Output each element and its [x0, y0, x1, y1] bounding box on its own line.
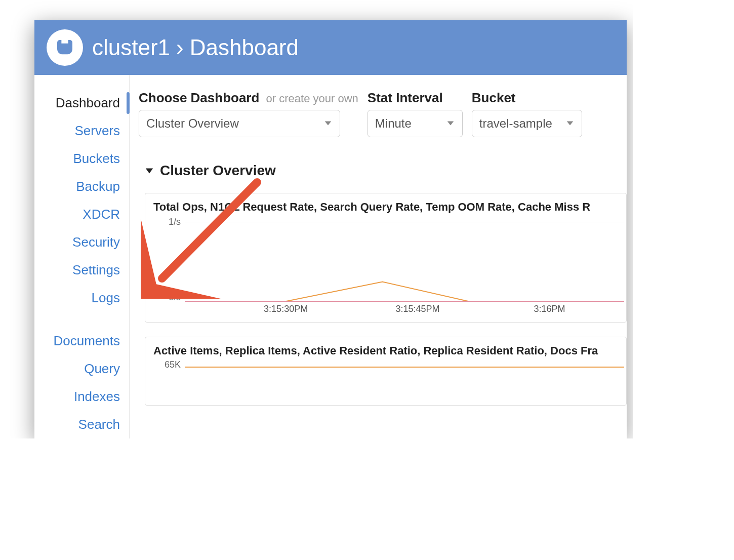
sidebar-item-search[interactable]: Search — [34, 411, 129, 438]
chart-body: 1/s 0/s 3:15:30PM 3:15:45PM 3: — [153, 217, 624, 318]
choose-dashboard-value: Cluster Overview — [146, 116, 239, 131]
control-bucket: Bucket travel-sample — [472, 90, 582, 137]
sidebar-item-dashboard[interactable]: Dashboard — [34, 89, 129, 117]
sidebar-item-security[interactable]: Security — [34, 228, 129, 256]
main-content: Choose Dashboard or create your own Clus… — [130, 75, 627, 438]
chart-title: Active Items, Replica Items, Active Resi… — [153, 344, 624, 357]
sidebar-item-query[interactable]: Query — [34, 355, 129, 383]
sidebar-item-xdcr[interactable]: XDCR — [34, 201, 129, 228]
section-cluster-overview: Cluster Overview Total Ops, N1QL Request… — [139, 163, 627, 406]
control-stat-interval: Stat Interval Minute — [368, 90, 463, 137]
stat-interval-label: Stat Interval — [368, 90, 463, 106]
caret-down-icon — [565, 116, 575, 131]
app-window: cluster1 › Dashboard Dashboard Servers B… — [34, 20, 627, 438]
sidebar-item-indexes[interactable]: Indexes — [34, 383, 129, 411]
body: Dashboard Servers Buckets Backup XDCR Se… — [34, 75, 627, 438]
caret-down-icon — [446, 116, 455, 131]
choose-dashboard-label: Choose Dashboard or create your own — [139, 90, 358, 106]
y-tick-top: 65K — [165, 359, 181, 370]
sidebar-item-backup[interactable]: Backup — [34, 173, 129, 201]
chart-items-ratios[interactable]: Active Items, Replica Items, Active Resi… — [145, 337, 627, 406]
stat-interval-value: Minute — [375, 116, 412, 131]
stat-interval-select[interactable]: Minute — [368, 110, 463, 137]
x-tick: 3:15:45PM — [396, 304, 440, 314]
sidebar-item-servers[interactable]: Servers — [34, 117, 129, 145]
bucket-value: travel-sample — [479, 116, 552, 131]
logo-glyph — [55, 37, 75, 58]
x-tick: 3:16PM — [534, 304, 565, 314]
chevron-right-icon: › — [176, 35, 184, 60]
chart-title: Total Ops, N1QL Request Rate, Search Que… — [153, 201, 624, 214]
sidebar-item-documents[interactable]: Documents — [34, 327, 129, 355]
bucket-select[interactable]: travel-sample — [472, 110, 582, 137]
baseline — [185, 301, 624, 302]
x-tick: 3:15:30PM — [264, 304, 308, 314]
y-tick-bottom: 0/s — [169, 292, 181, 303]
y-tick-top: 1/s — [169, 217, 181, 227]
caret-down-icon — [323, 116, 333, 131]
triangle-down-icon — [145, 163, 154, 179]
line-series — [185, 367, 624, 368]
plot-area — [185, 222, 624, 302]
section-toggle[interactable]: Cluster Overview — [145, 163, 627, 179]
section-title: Cluster Overview — [160, 163, 276, 179]
sidebar-item-logs[interactable]: Logs — [34, 284, 129, 312]
bucket-label: Bucket — [472, 90, 582, 106]
sidebar: Dashboard Servers Buckets Backup XDCR Se… — [34, 75, 130, 438]
dashboard-controls: Choose Dashboard or create your own Clus… — [139, 90, 627, 137]
sidebar-divider — [34, 312, 129, 327]
breadcrumb-cluster[interactable]: cluster1 — [92, 35, 170, 60]
control-choose-dashboard: Choose Dashboard or create your own Clus… — [139, 90, 358, 137]
choose-dashboard-hint[interactable]: or create your own — [266, 92, 358, 105]
line-series — [185, 222, 624, 302]
gridline-top — [185, 222, 624, 222]
chart-body: 65K — [153, 361, 624, 401]
header-bar: cluster1 › Dashboard — [34, 20, 627, 75]
choose-dashboard-select[interactable]: Cluster Overview — [139, 110, 340, 137]
plot-area — [185, 366, 624, 385]
x-axis: 3:15:30PM 3:15:45PM 3:16PM — [185, 304, 624, 318]
choose-dashboard-label-text: Choose Dashboard — [139, 90, 259, 105]
sidebar-item-settings[interactable]: Settings — [34, 256, 129, 284]
couchbase-logo-icon — [47, 29, 83, 66]
breadcrumb-page: Dashboard — [190, 35, 299, 60]
sidebar-item-buckets[interactable]: Buckets — [34, 145, 129, 173]
chart-ops-rates[interactable]: Total Ops, N1QL Request Rate, Search Que… — [145, 193, 627, 323]
